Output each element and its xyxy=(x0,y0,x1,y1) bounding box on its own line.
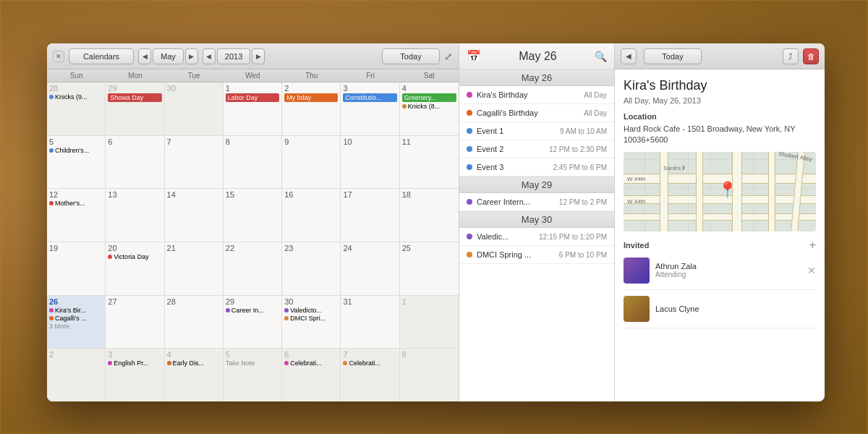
day-cell-1-4[interactable]: 9 xyxy=(282,136,341,189)
event-text[interactable]: Take Note xyxy=(226,359,279,367)
event-pill[interactable]: Celebrati... xyxy=(284,359,338,367)
event-pill[interactable]: DMCI Spri... xyxy=(284,315,338,322)
fullscreen-button[interactable]: ⤢ xyxy=(444,51,453,62)
event-pill[interactable]: Children's... xyxy=(49,147,103,154)
event-pill[interactable]: My bday xyxy=(284,93,338,102)
day-cell-5-1[interactable]: 3English Pr... xyxy=(106,349,164,401)
event-pill[interactable]: Kira's Bir... xyxy=(49,307,103,314)
month-next-button[interactable]: ▶ xyxy=(185,48,198,64)
event-pill[interactable]: English Pr... xyxy=(108,359,161,367)
event-pill[interactable]: Greenery... xyxy=(402,93,456,102)
day-event-row[interactable]: Valedic...12:15 PM to 1:20 PM xyxy=(459,228,614,246)
day-num: 27 xyxy=(108,297,161,306)
event-pill[interactable]: Constitutio... xyxy=(343,93,396,102)
month-prev-button[interactable]: ◀ xyxy=(138,48,151,64)
year-nav: ◀ 2013 ▶ xyxy=(203,48,265,64)
day-cell-2-4[interactable]: 16 xyxy=(282,189,341,242)
day-header-tue: Tue xyxy=(165,69,224,82)
day-cell-1-5[interactable]: 10 xyxy=(341,136,399,189)
delete-button[interactable]: 🗑 xyxy=(803,48,819,64)
month-label: May xyxy=(153,48,184,64)
event-label: Knicks (8... xyxy=(408,103,441,110)
day-event-row[interactable]: Kira's BirthdayAll Day xyxy=(459,86,614,104)
day-cell-5-0[interactable]: 2 xyxy=(47,349,106,401)
day-cell-0-0[interactable]: 28Knicks (9... xyxy=(47,82,106,135)
day-event-row[interactable]: Cagalli's BirthdayAll Day xyxy=(459,104,614,122)
event-pill[interactable]: Valedicto... xyxy=(284,307,338,314)
event-pill[interactable]: Cagalli's ... xyxy=(49,315,103,322)
day-cell-0-2[interactable]: 30 xyxy=(165,82,224,135)
event-color-dot xyxy=(467,234,472,239)
day-cell-3-4[interactable]: 23 xyxy=(282,242,341,295)
event-pill[interactable]: Showa Day xyxy=(108,93,161,102)
more-events-label[interactable]: 3 More xyxy=(49,323,103,330)
event-map[interactable]: W 44th W 44th Shubert Alley Sardi's Ⅱ 📍 xyxy=(624,152,816,231)
event-pill[interactable]: Knicks (9... xyxy=(49,93,103,101)
day-cell-2-5[interactable]: 17 xyxy=(341,189,399,242)
day-cell-5-2[interactable]: 4Early Dis... xyxy=(165,349,224,401)
today-button[interactable]: Today xyxy=(382,48,440,64)
day-cell-4-3[interactable]: 29Career In... xyxy=(224,296,282,349)
event-pill[interactable]: Labor Day xyxy=(226,93,279,102)
day-cell-0-4[interactable]: 2My bday xyxy=(282,82,341,135)
add-invitee-button[interactable]: + xyxy=(809,239,816,252)
day-cell-3-0[interactable]: 19 xyxy=(47,242,106,295)
day-event-row[interactable]: DMCI Spring ...6 PM to 10 PM xyxy=(459,246,614,264)
day-cell-2-0[interactable]: 12Mother's... xyxy=(47,189,106,242)
day-cell-2-6[interactable]: 18 xyxy=(400,189,459,242)
day-cell-0-1[interactable]: 29Showa Day xyxy=(106,82,164,135)
day-num: 1 xyxy=(402,297,456,306)
day-event-row[interactable]: Event 19 AM to 10 AM xyxy=(459,122,614,140)
search-icon[interactable]: 🔍 xyxy=(595,51,607,62)
day-cell-3-1[interactable]: 20Victoria Day xyxy=(106,242,164,295)
day-cell-5-6[interactable]: 8 xyxy=(400,349,459,401)
day-cell-1-6[interactable]: 11 xyxy=(400,136,459,189)
day-cell-3-6[interactable]: 25 xyxy=(400,242,459,295)
event-pill[interactable]: Knicks (8... xyxy=(402,103,456,110)
day-cell-1-2[interactable]: 7 xyxy=(165,136,224,189)
day-cell-0-5[interactable]: 3Constitutio... xyxy=(341,82,399,135)
detail-prev-button[interactable]: ◀ xyxy=(621,48,637,64)
share-button[interactable]: ⤴ xyxy=(783,48,799,64)
day-cell-4-2[interactable]: 28 xyxy=(165,296,224,349)
day-cell-2-2[interactable]: 14 xyxy=(165,189,224,242)
day-cell-2-3[interactable]: 15 xyxy=(224,189,282,242)
year-prev-button[interactable]: ◀ xyxy=(203,48,216,64)
day-cell-1-3[interactable]: 8 xyxy=(224,136,282,189)
day-cell-5-3[interactable]: 5Take Note xyxy=(224,349,282,401)
event-pill[interactable]: Early Dis... xyxy=(167,359,221,367)
day-header-sat: Sat xyxy=(400,69,459,82)
day-cell-4-0[interactable]: 26Kira's Bir...Cagalli's ...3 More xyxy=(47,296,106,349)
year-next-button[interactable]: ▶ xyxy=(252,48,265,64)
event-pill[interactable]: Celebrati... xyxy=(343,359,396,367)
day-cell-4-5[interactable]: 31 xyxy=(341,296,399,349)
day-cell-3-5[interactable]: 24 xyxy=(341,242,399,295)
day-cell-4-6[interactable]: 1 xyxy=(400,296,459,349)
event-pill[interactable]: Victoria Day xyxy=(108,253,161,260)
event-dot xyxy=(49,95,54,99)
day-event-row[interactable]: Event 212 PM to 2:30 PM xyxy=(459,140,614,158)
day-cell-3-3[interactable]: 22 xyxy=(224,242,282,295)
day-cell-0-3[interactable]: 1Labor Day xyxy=(224,82,282,135)
invited-header: Invited + xyxy=(624,239,816,252)
calendars-button[interactable]: Calendars xyxy=(69,48,134,64)
detail-today-button[interactable]: Today xyxy=(644,48,702,64)
day-cell-2-1[interactable]: 13 xyxy=(106,189,164,242)
day-cell-1-0[interactable]: 5Children's... xyxy=(47,136,106,189)
day-num: 7 xyxy=(167,137,221,146)
day-event-row[interactable]: Career Intern...12 PM to 2 PM xyxy=(459,193,614,211)
day-cell-5-5[interactable]: 7Celebrati... xyxy=(341,349,399,401)
day-cell-4-1[interactable]: 27 xyxy=(106,296,164,349)
day-cell-1-1[interactable]: 6 xyxy=(106,136,164,189)
event-pill[interactable]: Career In... xyxy=(226,307,279,314)
close-button[interactable]: ✕ xyxy=(53,51,64,62)
day-cell-4-4[interactable]: 30Valedicto...DMCI Spri... xyxy=(282,296,341,349)
day-num: 10 xyxy=(343,137,396,146)
add-event-icon[interactable]: 📅 xyxy=(467,49,481,63)
remove-attendee-1-button[interactable]: ✕ xyxy=(807,265,816,276)
day-cell-3-2[interactable]: 21 xyxy=(165,242,224,295)
day-event-row[interactable]: Event 32:45 PM to 6 PM xyxy=(459,158,614,176)
event-pill[interactable]: Mother's... xyxy=(49,200,103,207)
day-cell-0-6[interactable]: 4Greenery...Knicks (8... xyxy=(400,82,459,135)
day-cell-5-4[interactable]: 6Celebrati... xyxy=(282,349,341,401)
